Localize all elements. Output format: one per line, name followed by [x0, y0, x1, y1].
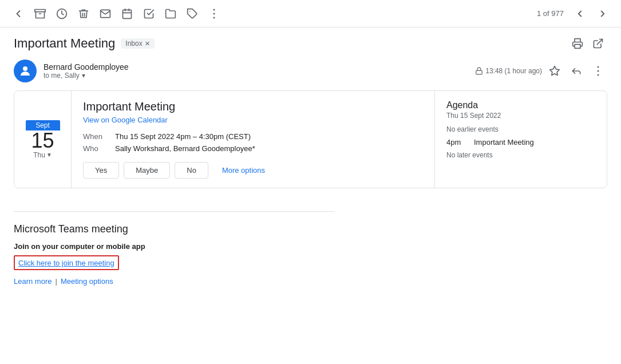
agenda-event-name: Important Meeting [474, 138, 534, 147]
svg-marker-15 [550, 66, 560, 76]
divider [14, 211, 334, 212]
next-email-button[interactable] [594, 5, 612, 23]
svg-line-12 [597, 39, 602, 45]
learn-more-link[interactable]: Learn more [14, 277, 52, 286]
no-button[interactable]: No [175, 162, 208, 179]
star-button[interactable] [545, 62, 564, 80]
snooze2-button[interactable] [118, 5, 136, 23]
reply-button[interactable] [567, 62, 586, 80]
maybe-button[interactable]: Maybe [124, 162, 170, 179]
who-value: Sally Workshard, Bernard Goodemployee* [115, 144, 255, 153]
email-subject: Important Meeting Inbox ✕ [14, 36, 155, 51]
badge-close-button[interactable]: ✕ [145, 40, 150, 48]
print-button[interactable] [568, 34, 587, 53]
toolbar: 1 of 977 [0, 0, 621, 27]
svg-point-16 [598, 66, 599, 68]
sender-info: Bernard Goodemployee to me, Sally ▾ [43, 62, 129, 80]
toolbar-right: 1 of 977 [537, 5, 612, 23]
svg-rect-11 [575, 45, 580, 49]
agenda-column: Agenda Thu 15 Sept 2022 No earlier event… [435, 91, 607, 188]
sender-row: Bernard Goodemployee to me, Sally ▾ 13:4… [0, 57, 621, 88]
meeting-column: Important Meeting View on Google Calenda… [72, 91, 435, 188]
dow-arrow-icon: ▼ [46, 152, 52, 158]
archive-button[interactable] [31, 5, 49, 23]
agenda-date: Thu 15 Sept 2022 [446, 112, 595, 120]
more-actions-button[interactable] [205, 5, 223, 23]
toolbar-left [9, 5, 223, 23]
meeting-options-link[interactable]: Meeting options [61, 277, 113, 286]
svg-point-10 [213, 17, 215, 18]
email-header-actions [568, 34, 607, 53]
svg-rect-3 [123, 10, 132, 18]
join-link[interactable]: Click here to join the meeting [18, 259, 114, 267]
move-to-button[interactable] [161, 5, 180, 23]
who-row: Who Sally Workshard, Bernard Goodemploye… [83, 144, 423, 153]
sender-name: Bernard Goodemployee [43, 62, 129, 72]
open-in-new-button[interactable] [589, 34, 607, 53]
agenda-title: Agenda [446, 100, 595, 110]
more-options-button[interactable]: More options [213, 162, 274, 179]
sender-to: to me, Sally ▾ [43, 72, 129, 80]
when-value: Thu 15 Sept 2022 4pm – 4:30pm (CEST) [115, 132, 251, 141]
yes-button[interactable]: Yes [83, 162, 119, 179]
svg-point-13 [23, 66, 27, 71]
when-row: When Thu 15 Sept 2022 4pm – 4:30pm (CEST… [83, 132, 423, 141]
inbox-badge: Inbox ✕ [121, 38, 154, 49]
pagination-count: 1 of 977 [537, 9, 564, 18]
more-email-actions-button[interactable] [589, 62, 607, 80]
footer-separator: | [55, 277, 57, 286]
sender-right: 13:48 (1 hour ago) [475, 62, 607, 80]
mark-unread-button[interactable] [96, 5, 114, 23]
meeting-title: Important Meeting [83, 100, 423, 113]
subject-title: Important Meeting [14, 36, 115, 51]
sender-left: Bernard Goodemployee to me, Sally ▾ [14, 60, 129, 82]
invite-card: Sept 15 Thu ▼ Important Meeting View on … [14, 90, 607, 188]
date-dow: Thu ▼ [26, 151, 60, 159]
who-label: Who [83, 144, 106, 153]
delete-button[interactable] [74, 5, 93, 23]
snooze-button[interactable] [53, 5, 71, 23]
agenda-event-row: 4pm Important Meeting [446, 138, 595, 147]
svg-point-18 [598, 74, 599, 76]
prev-email-button[interactable] [571, 5, 589, 23]
when-label: When [83, 132, 106, 141]
agenda-no-earlier: No earlier events [446, 125, 595, 133]
rsvp-buttons: Yes Maybe No More options [83, 162, 423, 179]
agenda-no-later: No later events [446, 151, 595, 159]
join-link-wrapper: Click here to join the meeting [14, 255, 119, 270]
date-column: Sept 15 Thu ▼ [14, 91, 72, 188]
teams-title: Microsoft Teams meeting [14, 223, 607, 235]
svg-point-17 [598, 70, 599, 72]
footer-links: Learn more | Meeting options [14, 277, 607, 286]
back-button[interactable] [9, 5, 27, 23]
email-body: Microsoft Teams meeting Join on your com… [0, 188, 621, 297]
email-header: Important Meeting Inbox ✕ [0, 27, 621, 57]
svg-point-8 [213, 9, 215, 10]
avatar [14, 60, 37, 82]
label-button[interactable] [183, 5, 201, 23]
inbox-label: Inbox [125, 39, 142, 48]
view-on-google-calendar-link[interactable]: View on Google Calendar [83, 116, 423, 124]
task-button[interactable] [140, 5, 158, 23]
join-label: Join on your computer or mobile app [14, 242, 607, 251]
send-time: 13:48 (1 hour ago) [475, 67, 542, 75]
date-day: 15 [26, 130, 60, 151]
svg-rect-14 [476, 70, 482, 74]
svg-point-9 [213, 13, 215, 14]
expand-recipients-icon[interactable]: ▾ [82, 72, 85, 80]
svg-rect-0 [35, 9, 45, 11]
agenda-time: 4pm [446, 138, 467, 147]
